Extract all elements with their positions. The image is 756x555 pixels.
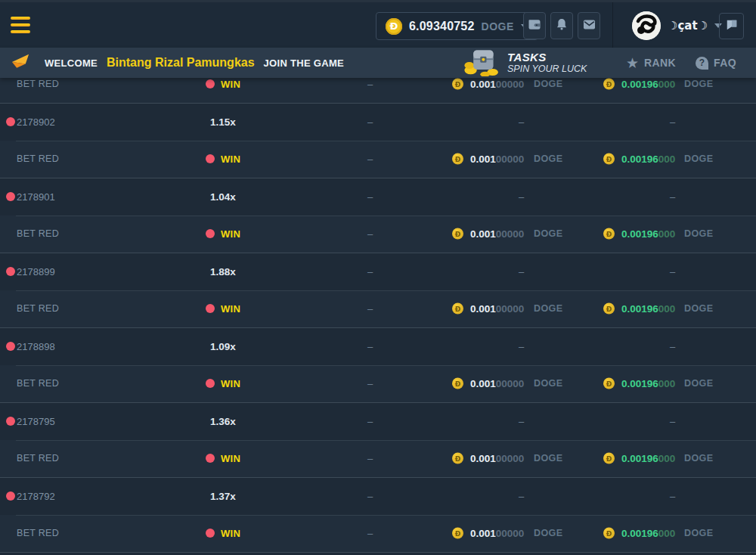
- multiplier: 1.88x: [210, 266, 236, 278]
- doge-coin-icon: Đ: [452, 528, 463, 539]
- empty-value: –: [367, 79, 373, 90]
- multiplier: 1.37x: [210, 491, 236, 502]
- result-label: WIN: [221, 303, 240, 315]
- red-result-dot: [206, 304, 215, 313]
- red-result-dot: [206, 229, 215, 238]
- profit-amount-main: 0.00196: [621, 453, 658, 464]
- bet-row[interactable]: BET RED WIN – Đ 0.00100000 DOGE Đ 0.0019…: [0, 141, 756, 178]
- currency-label: DOGE: [534, 378, 562, 389]
- empty-value: –: [670, 266, 675, 278]
- profit-amount-main: 0.00196: [621, 528, 658, 539]
- mail-icon: [582, 17, 596, 35]
- game-row[interactable]: 2178901 1.04x – – –: [0, 178, 756, 215]
- multiplier: 1.15x: [210, 116, 236, 128]
- empty-value: –: [367, 378, 373, 389]
- balance-currency: DOGE: [482, 20, 514, 33]
- empty-value: –: [367, 228, 373, 240]
- bet-row[interactable]: BET RED WIN – Đ 0.00100000 DOGE Đ 0.0019…: [0, 290, 756, 328]
- currency-label: DOGE: [534, 453, 562, 464]
- game-row[interactable]: 2178902 1.15x – – –: [0, 103, 756, 141]
- doge-coin-icon: Đ: [452, 228, 463, 240]
- bet-amount-main: 0.001: [470, 153, 496, 165]
- currency-label: DOGE: [534, 153, 562, 164]
- profit-amount-trailing-zeros: 000: [658, 79, 676, 90]
- user-menu[interactable]: ☽çat☽: [632, 11, 722, 40]
- empty-value: –: [670, 416, 675, 427]
- balance-dropdown[interactable]: Đ 6.09340752 DOGE: [376, 12, 538, 40]
- bet-amount-main: 0.001: [470, 378, 496, 389]
- faq-label: FAQ: [714, 57, 736, 69]
- bet-amount-trailing-zeros: 00000: [496, 453, 525, 464]
- messages-button[interactable]: [578, 12, 600, 39]
- tasks-text: TASKS SPIN YOUR LUCK: [507, 51, 587, 75]
- profit-amount-trailing-zeros: 000: [658, 153, 676, 165]
- bet-amount-trailing-zeros: 00000: [496, 228, 525, 240]
- profit-amount-main: 0.00196: [621, 79, 658, 90]
- notifications-button[interactable]: [550, 12, 573, 39]
- doge-coin-icon: Đ: [452, 153, 463, 165]
- wallet-button[interactable]: [523, 12, 546, 39]
- profit-amount: 0.00196000: [621, 378, 675, 389]
- profit-amount: 0.00196000: [621, 453, 675, 464]
- bell-icon: [555, 17, 569, 34]
- bet-label: BET RED: [17, 228, 59, 239]
- game-row[interactable]: 2178899 1.88x – – –: [0, 253, 756, 290]
- game-row[interactable]: 2178792 1.37x – – –: [0, 477, 756, 515]
- game-row[interactable]: 2178795 1.36x – – –: [0, 402, 756, 440]
- tasks-link[interactable]: TASKS SPIN YOUR LUCK: [463, 48, 587, 78]
- empty-value: –: [519, 191, 524, 203]
- topbar-actions: [523, 12, 600, 39]
- red-result-dot: [206, 529, 215, 538]
- chat-panel-button[interactable]: [719, 13, 744, 39]
- empty-value: –: [367, 266, 373, 278]
- bet-amount: 0.00100000: [470, 378, 524, 389]
- profit-amount: 0.00196000: [621, 228, 675, 240]
- bet-amount: 0.00100000: [470, 528, 524, 539]
- bet-row[interactable]: BET RED WIN – Đ 0.00100000 DOGE Đ 0.0019…: [0, 215, 756, 253]
- empty-value: –: [367, 341, 373, 352]
- rank-link[interactable]: ★ RANK: [626, 48, 676, 78]
- profit-amount-trailing-zeros: 000: [658, 378, 676, 389]
- doge-coin-icon: Đ: [452, 303, 463, 315]
- currency-label: DOGE: [684, 303, 713, 314]
- profit-amount-main: 0.00196: [621, 303, 658, 315]
- result-label: WIN: [221, 528, 240, 539]
- result-label: WIN: [221, 453, 240, 464]
- bet-row[interactable]: BET RED WIN – Đ 0.00100000 DOGE Đ 0.0019…: [0, 365, 756, 403]
- game-id: 2178901: [17, 191, 55, 203]
- faq-link[interactable]: ? FAQ: [696, 48, 736, 78]
- bet-label: BET RED: [17, 528, 59, 538]
- bet-label: BET RED: [17, 453, 59, 464]
- profit-amount: 0.00196000: [621, 79, 675, 90]
- empty-value: –: [670, 491, 675, 502]
- empty-value: –: [367, 116, 373, 128]
- profit-amount: 0.00196000: [621, 528, 675, 539]
- bet-row[interactable]: BET RED WIN – Đ 0.00100000 DOGE Đ 0.0019…: [0, 78, 756, 103]
- hamburger-icon[interactable]: [11, 17, 32, 35]
- empty-value: –: [367, 453, 373, 464]
- treasure-chest-icon: [463, 46, 502, 79]
- empty-value: –: [519, 266, 524, 278]
- currency-label: DOGE: [684, 153, 713, 164]
- megaphone-icon: [11, 52, 31, 73]
- currency-label: DOGE: [684, 378, 713, 389]
- wallet-icon: [527, 17, 542, 35]
- multiplier: 1.09x: [210, 341, 236, 352]
- currency-label: DOGE: [684, 528, 713, 538]
- bet-amount-trailing-zeros: 00000: [496, 528, 525, 539]
- game-row[interactable]: 2178898 1.09x – – –: [0, 327, 756, 365]
- tasks-subtitle: SPIN YOUR LUCK: [507, 64, 587, 74]
- bet-row[interactable]: BET RED WIN – Đ 0.00100000 DOGE Đ 0.0019…: [0, 440, 756, 478]
- red-status-dot: [6, 192, 15, 201]
- player-name: Bintang Rizal Pamungkas: [107, 56, 255, 70]
- bet-amount-trailing-zeros: 00000: [496, 153, 525, 165]
- bet-row[interactable]: BET RED WIN – Đ 0.00100000 DOGE Đ 0.0019…: [0, 515, 756, 553]
- red-status-dot: [6, 267, 15, 276]
- red-result-dot: [206, 379, 215, 388]
- bet-amount-trailing-zeros: 00000: [496, 303, 525, 315]
- doge-coin-icon: Đ: [603, 79, 615, 90]
- empty-value: –: [670, 116, 675, 128]
- currency-label: DOGE: [684, 453, 713, 464]
- currency-label: DOGE: [534, 303, 562, 314]
- bet-amount: 0.00100000: [470, 228, 524, 240]
